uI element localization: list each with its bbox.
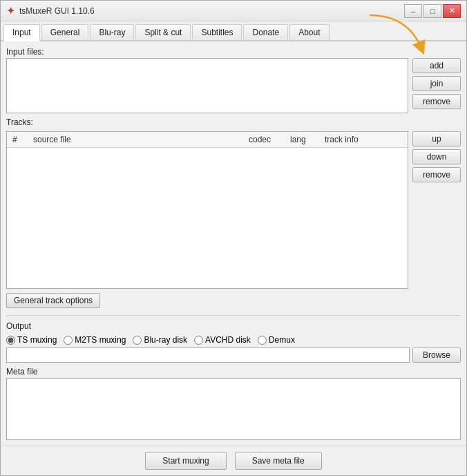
radio-bluray-input[interactable] xyxy=(133,336,142,345)
divider-1 xyxy=(6,315,461,316)
app-icon: ✦ xyxy=(6,4,15,17)
meta-file-section: Meta file xyxy=(6,367,461,440)
up-button[interactable]: up xyxy=(412,131,461,146)
radio-avchd-label: AVCHD disk xyxy=(205,335,251,345)
titlebar-left: ✦ tsMuxeR GUI 1.10.6 xyxy=(6,4,95,17)
col-header-codec: codec xyxy=(246,133,287,146)
output-path-input[interactable] xyxy=(6,348,410,363)
output-section: Output TS muxing M2TS muxing Blu-ray dis… xyxy=(6,321,461,363)
minimize-button[interactable]: – xyxy=(404,4,422,18)
col-header-lang: lang xyxy=(287,133,322,146)
start-muxing-button[interactable]: Start muxing xyxy=(145,452,226,470)
col-header-source: source file xyxy=(30,133,246,146)
input-row: add join remove xyxy=(6,58,461,113)
radio-ts-input[interactable] xyxy=(6,336,15,345)
radio-demux[interactable]: Demux xyxy=(258,335,295,345)
input-buttons: add join remove xyxy=(412,58,461,109)
col-header-num: # xyxy=(10,133,30,146)
radio-demux-label: Demux xyxy=(269,335,295,345)
add-button[interactable]: add xyxy=(412,58,461,73)
radio-row: TS muxing M2TS muxing Blu-ray disk AVCHD… xyxy=(6,335,461,345)
meta-file-label: Meta file xyxy=(6,367,461,377)
radio-demux-input[interactable] xyxy=(258,336,267,345)
tracks-label: Tracks: xyxy=(6,117,461,127)
main-window: ✦ tsMuxeR GUI 1.10.6 – □ ✕ Input General… xyxy=(0,0,467,476)
tab-donate[interactable]: Donate xyxy=(243,24,288,40)
save-meta-button[interactable]: Save meta file xyxy=(235,452,322,470)
tab-splitcut[interactable]: Split & cut xyxy=(135,24,191,40)
input-files-label: Input files: xyxy=(6,47,461,57)
radio-ts-label: TS muxing xyxy=(17,335,57,345)
radio-avchd-input[interactable] xyxy=(194,336,203,345)
titlebar-buttons: – □ ✕ xyxy=(404,4,461,18)
meta-file-box[interactable] xyxy=(6,378,461,440)
output-label: Output xyxy=(6,321,461,331)
tracks-body[interactable] xyxy=(7,148,408,288)
tracks-section: Tracks: # source file codec lang track i… xyxy=(6,117,461,310)
input-files-list[interactable] xyxy=(6,58,408,113)
tab-subtitles[interactable]: Subtitles xyxy=(192,24,242,40)
join-button[interactable]: join xyxy=(412,76,461,91)
tab-bluray[interactable]: Blu-ray xyxy=(90,24,134,40)
radio-avchd[interactable]: AVCHD disk xyxy=(194,335,251,345)
tab-bar: Input General Blu-ray Split & cut Subtit… xyxy=(1,21,466,41)
main-content: Input files: add join remove Tracks: xyxy=(1,41,466,446)
tracks-row: # source file codec lang track info up d… xyxy=(6,131,461,289)
bottom-bar: Start muxing Save meta file xyxy=(1,446,466,475)
tracks-header: # source file codec lang track info xyxy=(7,132,408,148)
remove-input-button[interactable]: remove xyxy=(412,94,461,109)
close-button[interactable]: ✕ xyxy=(443,4,461,18)
tab-general[interactable]: General xyxy=(41,24,89,40)
remove-track-button[interactable]: remove xyxy=(412,167,461,182)
output-path-row: Browse xyxy=(6,348,461,363)
general-track-options-button[interactable]: General track options xyxy=(6,293,100,308)
tab-input[interactable]: Input xyxy=(3,24,40,41)
browse-button[interactable]: Browse xyxy=(412,348,461,363)
titlebar: ✦ tsMuxeR GUI 1.10.6 – □ ✕ xyxy=(1,1,466,21)
tracks-table: # source file codec lang track info xyxy=(6,131,408,289)
radio-ts[interactable]: TS muxing xyxy=(6,335,57,345)
window-title: tsMuxeR GUI 1.10.6 xyxy=(19,6,95,16)
tab-about[interactable]: About xyxy=(289,24,329,40)
restore-button[interactable]: □ xyxy=(423,4,441,18)
radio-bluray-label: Blu-ray disk xyxy=(144,335,187,345)
input-files-section: Input files: add join remove xyxy=(6,47,461,113)
radio-m2ts[interactable]: M2TS muxing xyxy=(64,335,126,345)
col-header-info: track info xyxy=(322,133,405,146)
general-track-options-row: General track options xyxy=(6,292,461,310)
radio-m2ts-label: M2TS muxing xyxy=(75,335,126,345)
radio-bluray[interactable]: Blu-ray disk xyxy=(133,335,187,345)
tracks-buttons: up down remove xyxy=(412,131,461,289)
radio-m2ts-input[interactable] xyxy=(64,336,73,345)
down-button[interactable]: down xyxy=(412,149,461,164)
